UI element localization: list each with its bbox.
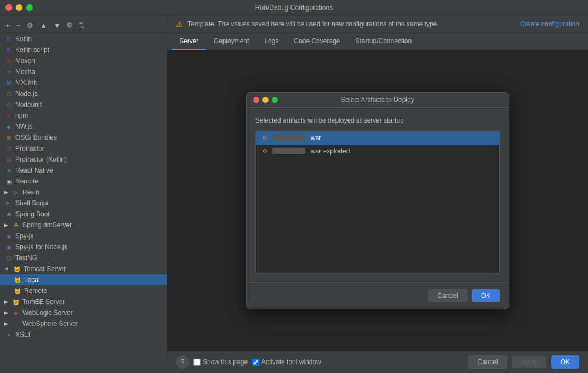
modal-dialog: Select Artifacts to Deploy Selected arti… xyxy=(246,92,509,309)
resin-icon: ▷ xyxy=(12,188,20,197)
copy-button[interactable]: ⧉ xyxy=(65,20,75,31)
move-up-button[interactable]: ▲ xyxy=(38,20,49,31)
minimize-button[interactable] xyxy=(16,4,22,11)
tomcat-server-icon: 🐱 xyxy=(13,265,21,273)
artifact-item-war[interactable]: ⚙ war xyxy=(256,131,499,145)
show-page-checkbox[interactable] xyxy=(193,359,201,366)
sidebar-item-websphere-server[interactable]: ▶◈WebSphere Server xyxy=(0,318,167,329)
sidebar-item-maven[interactable]: mMaven xyxy=(0,55,167,66)
weblogic-server-icon: ◈ xyxy=(12,308,20,317)
nodeunit-icon: ⬡ xyxy=(4,100,13,109)
protractor-label: Protractor xyxy=(15,145,44,152)
osgi-bundles-label: OSGi Bundles xyxy=(15,134,57,141)
sidebar-item-tomcat-local[interactable]: 🐱Local xyxy=(0,274,167,285)
nwjs-icon: ◈ xyxy=(4,122,13,131)
spy-js-node-label: Spy-js for Node.js xyxy=(15,243,67,251)
artifact-war-exploded-blur xyxy=(272,148,305,154)
sidebar-item-shell-script[interactable]: >_Shell Script xyxy=(0,198,167,209)
sidebar-item-react-native[interactable]: ⚛React Native xyxy=(0,165,167,176)
config-content: Select Artifacts to Deploy Selected arti… xyxy=(167,50,588,351)
mocha-icon: m xyxy=(4,67,13,76)
sidebar-item-spy-js[interactable]: ◉Spy-js xyxy=(0,231,167,242)
sidebar-item-mocha[interactable]: mMocha xyxy=(0,66,167,77)
modal-close-button[interactable] xyxy=(253,97,259,103)
sidebar-item-remote[interactable]: ▣Remote xyxy=(0,176,167,187)
nodeunit-label: Nodeunit xyxy=(15,101,42,108)
sidebar-item-osgi-bundles[interactable]: ⊛OSGi Bundles xyxy=(0,132,167,143)
protractor-icon: ⊙ xyxy=(4,144,13,153)
sidebar-items: KKotlinKKotlin scriptmMavenmMochaMMXUnit… xyxy=(0,33,167,340)
modal-title: Select Artifacts to Deploy xyxy=(341,96,414,104)
activate-toolwindow-wrap: Activate tool window xyxy=(252,358,321,366)
sidebar-item-tomcat-remote[interactable]: 🐱Remote xyxy=(0,285,167,296)
sidebar-item-kotlin[interactable]: KKotlin xyxy=(0,33,167,44)
sidebar-item-mxunit[interactable]: MMXUnit xyxy=(0,77,167,88)
tabs-bar: ServerDeploymentLogsCode CoverageStartup… xyxy=(167,33,588,50)
npm-label: npm xyxy=(15,112,28,119)
sidebar-item-protractor-kotlin[interactable]: ⊙Protractor (Kotlin) xyxy=(0,154,167,165)
tomee-server-label: TomEE Server xyxy=(22,298,65,306)
sidebar-item-tomee-server[interactable]: ▶🐱TomEE Server xyxy=(0,296,167,307)
sidebar-item-nodejs[interactable]: ⬡Node.js xyxy=(0,88,167,99)
modal-min-button[interactable] xyxy=(262,97,269,103)
add-config-button[interactable]: + xyxy=(3,20,12,31)
settings-button[interactable]: ⚙ xyxy=(25,20,36,31)
xslt-label: XSLT xyxy=(15,331,31,338)
tabs-container: ServerDeploymentLogsCode CoverageStartup… xyxy=(172,33,419,50)
window-title: Run/Debug Configurations xyxy=(255,4,333,12)
bottom-right: Cancel Apply OK xyxy=(468,355,579,369)
spring-dmserver-label: Spring dmServer xyxy=(22,221,72,229)
sidebar-item-protractor[interactable]: ⊙Protractor xyxy=(0,143,167,154)
shell-script-label: Shell Script xyxy=(15,199,49,207)
close-button[interactable] xyxy=(5,4,12,11)
tab-deployment[interactable]: Deployment xyxy=(206,33,256,50)
tab-server[interactable]: Server xyxy=(172,33,206,50)
tab-code-coverage[interactable]: Code Coverage xyxy=(286,33,347,50)
sidebar-item-resin[interactable]: ▶▷Resin xyxy=(0,187,167,198)
sidebar-item-spring-boot[interactable]: ☘Spring Boot xyxy=(0,209,167,220)
warning-icon: ⚠ xyxy=(176,20,183,28)
maximize-button[interactable] xyxy=(26,4,33,11)
apply-button[interactable]: Apply xyxy=(512,355,547,369)
nwjs-label: NW.js xyxy=(15,123,32,130)
sidebar-item-spring-dmserver[interactable]: ▶☘Spring dmServer xyxy=(0,220,167,231)
ok-button[interactable]: OK xyxy=(551,355,579,369)
sidebar-item-kotlin-script[interactable]: KKotlin script xyxy=(0,44,167,55)
tab-startup-connection[interactable]: Startup/Connection xyxy=(347,33,419,50)
remove-config-button[interactable]: − xyxy=(14,20,23,31)
sidebar-item-npm[interactable]: nnpm xyxy=(0,110,167,121)
maven-icon: m xyxy=(4,56,13,65)
modal-cancel-button[interactable]: Cancel xyxy=(428,289,467,302)
sidebar-item-tomcat-server[interactable]: ▼🐱Tomcat Server xyxy=(0,263,167,274)
kotlin-script-icon: K xyxy=(4,45,13,54)
spring-boot-label: Spring Boot xyxy=(15,210,50,218)
sidebar-item-nodeunit[interactable]: ⬡Nodeunit xyxy=(0,99,167,110)
cancel-button[interactable]: Cancel xyxy=(468,355,507,369)
nodejs-icon: ⬡ xyxy=(4,89,13,98)
artifact-war-exploded-label: war exploded xyxy=(311,147,350,155)
artifact-war-label: war xyxy=(311,134,321,142)
move-down-button[interactable]: ▼ xyxy=(52,20,63,31)
show-page-wrap: Show this page xyxy=(193,358,248,366)
artifact-item-war-exploded[interactable]: ⚙ war exploded xyxy=(256,145,499,158)
sidebar-item-nwjs[interactable]: ◈NW.js xyxy=(0,121,167,132)
resin-label: Resin xyxy=(22,188,39,196)
sort-button[interactable]: ⇅ xyxy=(77,20,87,31)
sidebar-item-spy-js-node[interactable]: ◉Spy-js for Node.js xyxy=(0,242,167,253)
tab-logs[interactable]: Logs xyxy=(256,33,286,50)
help-button[interactable]: ? xyxy=(176,355,189,369)
modal-ok-button[interactable]: OK xyxy=(472,289,500,302)
create-configuration-link[interactable]: Create configuration xyxy=(520,20,579,28)
modal-max-button[interactable] xyxy=(272,97,278,103)
sidebar-item-testng[interactable]: ⬡TestNG xyxy=(0,253,167,263)
sidebar-item-xslt[interactable]: ✦XSLT xyxy=(0,329,167,340)
tomcat-remote-icon: 🐱 xyxy=(13,286,22,295)
modal-titlebar: Select Artifacts to Deploy xyxy=(247,93,509,108)
title-bar: Run/Debug Configurations xyxy=(0,0,588,15)
xslt-icon: ✦ xyxy=(4,330,13,339)
react-native-icon: ⚛ xyxy=(4,166,13,175)
sidebar-item-weblogic-server[interactable]: ▶◈WebLogic Server xyxy=(0,307,167,318)
activate-tool-checkbox[interactable] xyxy=(252,359,259,366)
mxunit-label: MXUnit xyxy=(15,79,37,87)
modal-description: Selected artifacts will be deployed at s… xyxy=(255,117,500,124)
